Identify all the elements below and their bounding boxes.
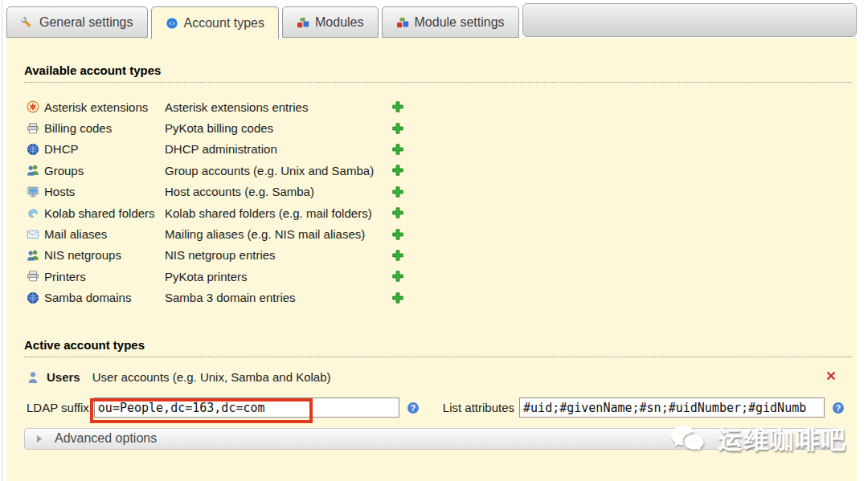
active-type-description: User accounts (e.g. Unix, Samba and Kola…	[92, 370, 331, 384]
groups-icon	[27, 249, 39, 262]
account-types-panel: Available account types Asterisk extensi…	[6, 38, 857, 481]
account-type-description: DHCP administration	[165, 142, 391, 156]
list-attributes-group: List attributes ?	[443, 397, 845, 418]
account-type-row: Kolab shared folders Kolab shared folder…	[27, 202, 857, 223]
account-type-row: Samba domains Samba 3 domain entries	[27, 287, 857, 308]
tab-general-settings[interactable]: General settings	[6, 6, 148, 38]
account-type-name: DHCP	[44, 142, 79, 156]
tab-module-settings[interactable]: Module settings	[382, 6, 519, 38]
groups-icon	[27, 164, 39, 177]
account-type-description: PyKota billing codes	[165, 121, 391, 135]
account-type-row: Billing codes PyKota billing codes	[27, 117, 857, 138]
account-type-description: Asterisk extensions entries	[165, 100, 391, 114]
users-settings-row: LDAP suffix ? List attributes ?	[27, 397, 857, 418]
ldap-suffix-input[interactable]	[94, 397, 399, 418]
help-icon[interactable]: ?	[407, 402, 420, 414]
account-type-row: Groups Group accounts (e.g. Unix and Sam…	[27, 160, 857, 181]
account-type-description: NIS netgroup entries	[165, 248, 391, 262]
account-type-name: Samba domains	[44, 291, 131, 304]
advanced-options-label: Advanced options	[55, 431, 157, 446]
account-types-icon	[166, 17, 178, 30]
remove-x-icon[interactable]	[825, 369, 837, 382]
tab-account-types[interactable]: Account types	[151, 6, 280, 39]
tab-label: Modules	[315, 15, 363, 30]
page-left-border	[2, 0, 2, 481]
tab-modules[interactable]: Modules	[282, 6, 378, 38]
tabbar-filler	[522, 3, 857, 37]
printer-icon	[27, 122, 39, 135]
active-users-row: Users User accounts (e.g. Unix, Samba an…	[27, 369, 857, 385]
tab-label: General settings	[39, 15, 133, 30]
globe-icon	[27, 143, 39, 156]
account-type-description: Samba 3 domain entries	[165, 291, 391, 304]
account-type-name: Asterisk extensions	[44, 100, 148, 114]
asterisk-icon	[27, 100, 39, 113]
tab-label: Module settings	[415, 15, 505, 30]
wrench-icon	[21, 16, 34, 29]
add-plus-icon[interactable]	[391, 228, 404, 241]
account-type-name: Mail aliases	[44, 227, 107, 241]
mail-icon	[27, 228, 39, 241]
add-plus-icon[interactable]	[391, 185, 404, 198]
modules-icon	[297, 16, 309, 29]
account-type-description: Kolab shared folders (e.g. mail folders)	[165, 206, 391, 220]
account-type-name: Billing codes	[44, 121, 112, 135]
active-account-types-heading: Active account types	[24, 338, 852, 357]
account-type-name: Groups	[44, 164, 84, 177]
account-type-description: PyKota printers	[165, 270, 391, 283]
svg-text:?: ?	[411, 403, 416, 413]
account-type-row: Printers PyKota printers	[27, 266, 857, 287]
lam-configuration-page: General settings Account types Modules M…	[0, 0, 868, 481]
printer-icon	[27, 270, 39, 283]
account-type-row: NIS netgroups NIS netgroup entries	[27, 245, 857, 266]
account-type-description: Group accounts (e.g. Unix and Samba)	[165, 164, 391, 177]
available-account-types-heading: Available account types	[24, 63, 852, 83]
user-icon	[27, 371, 39, 384]
account-type-row: Hosts Host accounts (e.g. Samba)	[27, 181, 857, 202]
help-icon[interactable]: ?	[832, 402, 845, 414]
kolab-icon	[27, 206, 39, 219]
account-type-row: DHCP DHCP administration	[27, 139, 857, 160]
add-plus-icon[interactable]	[391, 270, 404, 283]
list-attributes-input[interactable]	[519, 397, 825, 418]
account-type-row: Asterisk extensions Asterisk extensions …	[27, 96, 857, 117]
monitor-icon	[27, 185, 39, 198]
list-attributes-label: List attributes	[443, 401, 514, 414]
add-plus-icon[interactable]	[391, 291, 404, 304]
settings-tabbar: General settings Account types Modules M…	[6, 6, 857, 38]
account-type-description: Host accounts (e.g. Samba)	[165, 185, 391, 198]
add-plus-icon[interactable]	[391, 206, 404, 219]
add-plus-icon[interactable]	[391, 100, 404, 113]
account-type-description: Mailing aliases (e.g. NIS mail aliases)	[165, 227, 391, 241]
account-type-name: Printers	[44, 270, 86, 283]
account-type-name: Kolab shared folders	[44, 206, 155, 220]
active-type-name: Users	[47, 370, 80, 384]
add-plus-icon[interactable]	[391, 143, 404, 156]
advanced-options-toggle[interactable]: Advanced options	[24, 428, 842, 450]
tab-label: Account types	[184, 16, 265, 31]
add-plus-icon[interactable]	[391, 122, 404, 135]
svg-text:?: ?	[836, 403, 841, 413]
add-plus-icon[interactable]	[391, 249, 404, 262]
available-account-types-table: Asterisk extensions Asterisk extensions …	[27, 96, 857, 308]
globe-icon	[27, 291, 39, 304]
chevron-right-icon	[36, 434, 43, 443]
account-type-row: Mail aliases Mailing aliases (e.g. NIS m…	[27, 223, 857, 244]
add-plus-icon[interactable]	[391, 164, 404, 177]
account-type-name: NIS netgroups	[44, 248, 121, 262]
module-settings-icon	[396, 16, 409, 29]
ldap-suffix-label: LDAP suffix	[27, 401, 89, 414]
account-type-name: Hosts	[44, 185, 75, 198]
